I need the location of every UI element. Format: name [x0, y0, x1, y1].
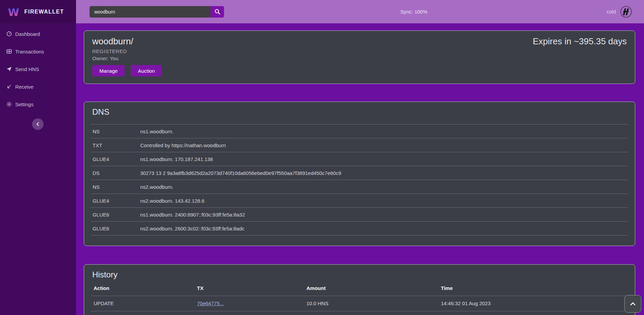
chevron-left-icon [36, 122, 40, 126]
sidebar-item-transactions[interactable]: Transactions [0, 44, 76, 59]
topbar: Sync: 100% cold [76, 0, 644, 23]
sidebar-header: W FIREWALLET [0, 0, 76, 23]
domain-owner: Owner: You [92, 55, 627, 61]
domain-title: woodburn/ [92, 36, 133, 47]
tx-link[interactable]: 70e64775... [197, 300, 224, 306]
settings-gear-icon [6, 102, 12, 107]
dns-record-value: ns1.woodburn. 170.187.241.138 [139, 152, 628, 166]
sidebar-item-label: Settings [15, 102, 33, 107]
history-row: RENEW d7e64775... 10.0 HNS 15:47:36 07 J… [91, 311, 628, 315]
wallet-group: cold [606, 0, 632, 23]
dns-record-type: GLUE4 [91, 194, 139, 208]
sidebar-item-label: Transactions [15, 49, 44, 54]
sidebar-nav: Dashboard Transactions Send HNS [0, 23, 76, 112]
dns-record-row: GLUE4 ns1.woodburn. 170.187.241.138 [91, 152, 628, 166]
history-action: UPDATE [91, 296, 194, 311]
app-title: FIREWALLET [24, 9, 64, 15]
sidebar-item-send-hns[interactable]: Send HNS [0, 62, 76, 76]
transactions-table-icon [6, 49, 12, 54]
dns-record-row: GLUE6 ns2.woodburn. 2600:3c02::f03c:93ff… [91, 222, 628, 235]
history-time: 15:47:36 07 Jul 2023 [438, 311, 628, 315]
search-group [90, 6, 224, 18]
history-col-action: Action [91, 281, 194, 296]
dns-record-type: DS [91, 166, 139, 180]
dns-record-value: Controlled by https://nathan.woodburn [139, 138, 628, 152]
scroll-to-top-button[interactable] [624, 295, 641, 313]
handshake-hns-logo-icon[interactable] [620, 6, 632, 18]
sync-status: Sync: 100% [400, 0, 427, 23]
sidebar: W FIREWALLET Dashboard Transactions [0, 0, 76, 315]
sidebar-item-label: Send HNS [15, 66, 39, 72]
history-row: UPDATE 70e64775... 10.0 HNS 14:46:32 01 … [91, 296, 628, 311]
dns-card-title: DNS [91, 107, 628, 117]
auction-button[interactable]: Auction [131, 65, 162, 76]
dns-record-row: DS 30273 13 2 9a3a8fb3d625d2a2073d740f10… [91, 166, 628, 180]
sidebar-item-label: Dashboard [15, 31, 40, 37]
domain-card: woodburn/ Expires in ~395.35 days REGIST… [84, 30, 635, 84]
history-header-row: Action TX Amount Time [91, 281, 628, 296]
dns-record-value: ns2.woodburn. 143.42.128.6 [139, 194, 628, 208]
dns-record-type: GLUE4 [91, 152, 139, 166]
history-table: Action TX Amount Time UPDATE 70e64775...… [91, 281, 628, 315]
dns-record-row: GLUE6 ns1.woodburn. 2400:8907::f03c:93ff… [91, 208, 628, 222]
history-col-time: Time [438, 281, 628, 296]
manage-button[interactable]: Manage [92, 65, 125, 76]
dashboard-gauge-icon [6, 31, 12, 37]
svg-text:W: W [8, 6, 19, 18]
dns-record-row: TXT Controlled by https://nathan.woodbur… [91, 138, 628, 152]
history-card: History Action TX Amount Time UPDATE 70e… [84, 264, 635, 315]
history-card-title: History [91, 270, 628, 279]
dns-record-type: GLUE6 [91, 208, 139, 222]
domain-status: REGISTERED [92, 48, 627, 54]
history-amount: 10.0 HNS [304, 296, 438, 311]
dns-record-value: ns1.woodburn. [139, 125, 628, 138]
firewallet-w-logo-icon: W [7, 5, 20, 18]
dns-record-type: NS [91, 180, 139, 194]
search-button[interactable] [210, 6, 224, 18]
search-icon [215, 9, 220, 15]
dns-record-type: NS [91, 125, 139, 138]
dns-records-table: NS ns1.woodburn. TXT Controlled by https… [91, 124, 628, 235]
sidebar-item-settings[interactable]: Settings [0, 97, 76, 112]
domain-expiry: Expires in ~395.35 days [533, 36, 627, 47]
sidebar-item-receive[interactable]: Receive [0, 79, 76, 94]
dns-record-type: TXT [91, 138, 139, 152]
history-action: RENEW [91, 311, 194, 315]
chevron-up-icon [630, 302, 636, 306]
dns-record-value: 30273 13 2 9a3a8fb3d625d2a2073d740f10da6… [139, 166, 628, 180]
dns-record-value: ns2.woodburn. [139, 180, 628, 194]
dns-card: DNS NS ns1.woodburn. TXT Controlled by h… [84, 102, 635, 246]
sidebar-item-label: Receive [15, 84, 33, 90]
dns-record-row: NS ns2.woodburn. [91, 180, 628, 194]
history-time: 14:46:32 01 Aug 2023 [438, 296, 628, 311]
send-plane-icon [6, 66, 12, 72]
sidebar-collapse-button[interactable] [32, 118, 44, 130]
dns-record-value: ns1.woodburn. 2400:8907::f03c:93ff:fe5a:… [139, 208, 628, 222]
receive-arrow-icon [6, 84, 12, 89]
search-input[interactable] [90, 6, 210, 18]
sidebar-item-dashboard[interactable]: Dashboard [0, 26, 76, 41]
dns-record-value: ns2.woodburn. 2600:3c02::f03c:93ff:fe5a:… [139, 222, 628, 235]
main-content: woodburn/ Expires in ~395.35 days REGIST… [76, 23, 644, 315]
dns-record-row: NS ns1.woodburn. [91, 125, 628, 138]
history-col-amount: Amount [304, 281, 438, 296]
history-amount: 10.0 HNS [304, 311, 438, 315]
history-col-tx: TX [194, 281, 304, 296]
wallet-name: cold [606, 9, 616, 15]
dns-record-row: GLUE4 ns2.woodburn. 143.42.128.6 [91, 194, 628, 208]
dns-record-type: GLUE6 [91, 222, 139, 235]
